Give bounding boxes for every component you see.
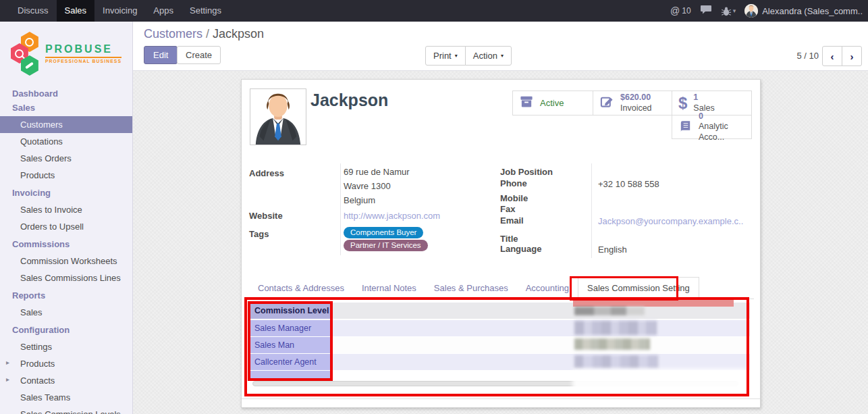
pager-buttons: ‹ › bbox=[822, 46, 862, 66]
user-menu[interactable]: Alexandra (Sales_comm.. bbox=[744, 4, 863, 18]
address-label: Address bbox=[249, 168, 284, 178]
action-dropdown-button[interactable]: Action ▾ bbox=[465, 46, 512, 66]
sidebar-heading-commissions[interactable]: Commissions bbox=[0, 235, 132, 253]
email-link[interactable]: Jackpson@yourcompany.example.c.. bbox=[598, 216, 743, 226]
redacted-column-header bbox=[332, 303, 750, 319]
tab-contacts-addresses[interactable]: Contacts & Addresses bbox=[249, 278, 353, 299]
customer-photo[interactable] bbox=[250, 88, 306, 145]
tag-partner-it-services[interactable]: Partner / IT Services bbox=[344, 240, 428, 251]
notebook-tabs: Contacts & Addresses Internal Notes Sale… bbox=[249, 278, 754, 299]
logo-tagline: PROFESSIONAL BUSINESS bbox=[45, 57, 121, 64]
analytic-count: 0 bbox=[699, 111, 745, 122]
breadcrumb-parent[interactable]: Customers bbox=[144, 27, 202, 41]
action-button-group: Print ▾ Action ▾ bbox=[425, 46, 512, 66]
caret-down-icon: ▾ bbox=[455, 53, 458, 59]
sidebar-heading-dashboard[interactable]: Dashboard bbox=[0, 84, 132, 102]
company-logo[interactable]: PROBUSE PROFESSIONAL BUSINESS bbox=[0, 22, 132, 84]
menu-apps[interactable]: Apps bbox=[145, 0, 182, 22]
sidebar-heading-sales[interactable]: Sales bbox=[0, 102, 132, 116]
job-position-label: Job Position bbox=[500, 167, 553, 177]
sidebar-item-sales-teams[interactable]: Sales Teams bbox=[0, 389, 132, 406]
table-empty-cell[interactable] bbox=[250, 371, 331, 380]
invoiced-label: Invoiced bbox=[620, 103, 652, 114]
menu-sales[interactable]: Sales bbox=[57, 0, 95, 22]
sidebar-heading-reports[interactable]: Reports bbox=[0, 286, 132, 304]
address-line2: Wavre 1300 bbox=[344, 181, 391, 191]
customer-name-title: Jackpson bbox=[310, 90, 388, 110]
table-horizontal-scrollbar[interactable] bbox=[252, 381, 738, 386]
sidebar-item-sales-commissions-lines[interactable]: Sales Commissions Lines bbox=[0, 269, 132, 286]
logo-hexagons bbox=[11, 32, 40, 76]
tab-accounting[interactable]: Accounting bbox=[517, 278, 578, 299]
address-line3: Belgium bbox=[344, 195, 375, 205]
sidebar-item-config-contacts[interactable]: ▸ Contacts bbox=[0, 372, 132, 389]
top-navigation-bar: Discuss Sales Invoicing Apps Settings @ … bbox=[0, 0, 868, 22]
breadcrumb: Customers/Jackpson bbox=[144, 27, 264, 41]
topbar-right: @ 10 ▾ Alexandra (Sales_comm.. bbox=[670, 0, 868, 22]
chevron-right-icon: › bbox=[850, 51, 854, 62]
create-button[interactable]: Create bbox=[177, 46, 221, 64]
print-dropdown-button[interactable]: Print ▾ bbox=[425, 46, 466, 66]
inbox-counter[interactable]: @ 10 bbox=[670, 5, 691, 16]
sheet-bottom-divider bbox=[242, 398, 760, 399]
website-link[interactable]: http://www.jackpson.com bbox=[344, 211, 440, 221]
analytic-accounts-stat-button[interactable]: 0Analytic Acco... bbox=[672, 115, 752, 139]
tab-sales-purchases[interactable]: Sales & Purchases bbox=[425, 278, 517, 299]
expand-arrow-icon[interactable]: ▸ bbox=[6, 376, 9, 383]
analytic-label: Analytic Acco... bbox=[699, 122, 745, 143]
invoiced-stat-button[interactable]: $620.00Invoiced bbox=[593, 90, 672, 115]
sales-count: 1 bbox=[693, 93, 714, 103]
menu-invoicing[interactable]: Invoicing bbox=[94, 0, 145, 22]
debug-bug-icon[interactable]: ▾ bbox=[721, 5, 736, 17]
website-label: Website bbox=[249, 211, 283, 221]
sidebar-item-quotations[interactable]: Quotations bbox=[0, 133, 132, 150]
at-icon: @ bbox=[670, 5, 680, 16]
tab-internal-notes[interactable]: Internal Notes bbox=[353, 278, 425, 299]
menu-discuss[interactable]: Discuss bbox=[9, 0, 57, 22]
print-label: Print bbox=[433, 51, 452, 61]
pager-counter: 5 / 10 bbox=[796, 51, 819, 61]
active-stat-button[interactable]: Active bbox=[512, 90, 593, 115]
dollar-icon: $ bbox=[678, 95, 687, 111]
caret-down-icon: ▾ bbox=[733, 7, 736, 14]
sidebar-item-settings[interactable]: Settings bbox=[0, 338, 132, 355]
content-area: Jackpson Active $620.00Invoiced $ 1Sales… bbox=[133, 71, 868, 414]
pager-next-button[interactable]: › bbox=[842, 46, 862, 66]
edit-button[interactable]: Edit bbox=[144, 46, 178, 64]
table-row-commission-level[interactable]: Sales Manager bbox=[250, 320, 331, 336]
sidebar-item-commission-worksheets[interactable]: Commission Worksheets bbox=[0, 253, 132, 269]
sidebar-item-sales-commission-levels[interactable]: Sales Commission Levels bbox=[0, 406, 132, 414]
expand-arrow-icon[interactable]: ▸ bbox=[6, 359, 9, 366]
sidebar-item-orders-to-upsell[interactable]: Orders to Upsell bbox=[0, 218, 132, 235]
group-divider bbox=[591, 163, 592, 258]
sidebar-item-sales-orders[interactable]: Sales Orders bbox=[0, 150, 132, 167]
chevron-left-icon: ‹ bbox=[831, 51, 834, 62]
table-row-redacted-cell[interactable] bbox=[332, 337, 750, 353]
redacted-area-smudge bbox=[572, 369, 747, 392]
table-row-commission-level[interactable]: Sales Man bbox=[250, 337, 331, 353]
table-row-redacted-cell[interactable] bbox=[332, 320, 750, 336]
sidebar-item-sales-report[interactable]: Sales bbox=[0, 304, 132, 321]
tab-sales-commission-setting[interactable]: Sales Commission Setting bbox=[578, 277, 699, 299]
sidebar-item-sales-to-invoice[interactable]: Sales to Invoice bbox=[0, 201, 132, 218]
chat-icon[interactable] bbox=[700, 4, 712, 18]
pager-previous-button[interactable]: ‹ bbox=[822, 46, 842, 66]
sidebar-item-customers[interactable]: Customers bbox=[0, 116, 132, 133]
table-row-commission-level[interactable]: Callcenter Agent bbox=[250, 354, 331, 370]
table-row-redacted-cell[interactable] bbox=[332, 354, 750, 370]
sidebar-heading-configuration[interactable]: Configuration bbox=[0, 321, 132, 338]
language-label: Language bbox=[500, 244, 541, 254]
sidebar-item-products[interactable]: Products bbox=[0, 167, 132, 184]
sidebar-heading-invoicing[interactable]: Invoicing bbox=[0, 184, 132, 201]
sidebar-item-label: Products bbox=[20, 359, 55, 369]
commission-level-column-header[interactable]: Commission Level bbox=[250, 303, 331, 319]
language-value: English bbox=[598, 244, 627, 255]
invoice-edit-icon bbox=[599, 95, 614, 111]
address-line1: 69 rue de Namur bbox=[344, 167, 410, 177]
sidebar-item-config-products[interactable]: ▸ Products bbox=[0, 355, 132, 372]
menu-settings[interactable]: Settings bbox=[182, 0, 229, 22]
customer-form-sheet: Jackpson Active $620.00Invoiced $ 1Sales… bbox=[241, 79, 761, 408]
user-name: Alexandra (Sales_comm.. bbox=[762, 6, 863, 16]
invoiced-amount: $620.00 bbox=[620, 93, 652, 103]
tag-components-buyer[interactable]: Components Buyer bbox=[344, 227, 423, 238]
